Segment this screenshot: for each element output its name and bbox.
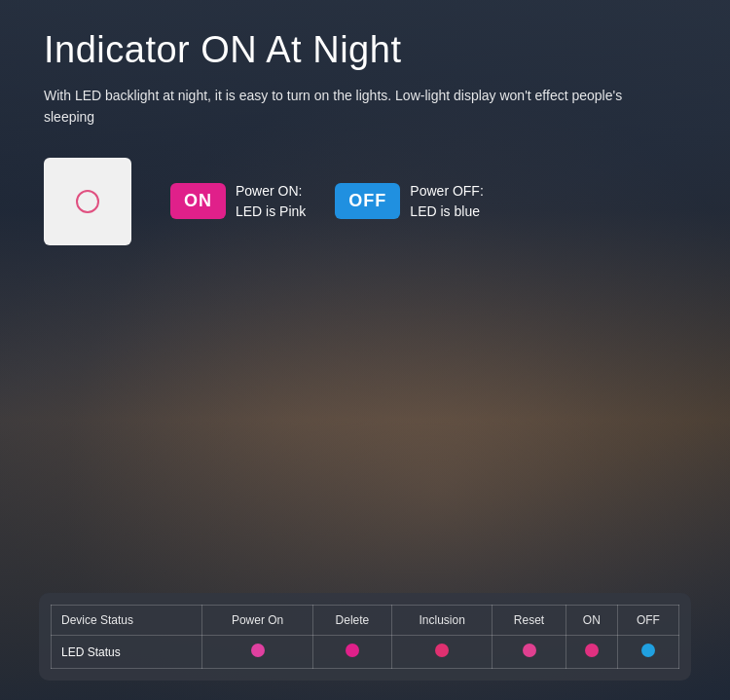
off-status-text: Power OFF: LED is blue bbox=[410, 181, 483, 222]
switch-circle bbox=[76, 190, 99, 213]
dot-on bbox=[585, 644, 599, 657]
dot-delete bbox=[346, 644, 359, 657]
power-on-status: ON Power ON: LED is Pink bbox=[170, 181, 306, 222]
status-items: ON Power ON: LED is Pink OFF Power OFF: … bbox=[170, 181, 484, 222]
led-power-on bbox=[202, 636, 312, 669]
on-badge: ON bbox=[170, 183, 226, 219]
switch-icon bbox=[44, 158, 131, 245]
led-delete bbox=[312, 636, 391, 669]
led-on bbox=[566, 636, 617, 669]
page-title: Indicator ON At Night bbox=[44, 29, 686, 71]
on-status-text: Power ON: LED is Pink bbox=[236, 181, 306, 222]
led-off bbox=[617, 636, 678, 669]
col-device-status: Device Status bbox=[52, 606, 202, 636]
table-row: LED Status bbox=[52, 636, 679, 669]
main-content: Indicator ON At Night With LED backlight… bbox=[0, 0, 730, 284]
table-header-row: Device Status Power On Delete Inclusion … bbox=[52, 606, 679, 636]
col-power-on: Power On bbox=[202, 606, 312, 636]
led-reset bbox=[493, 636, 566, 669]
demo-section: ON Power ON: LED is Pink OFF Power OFF: … bbox=[44, 158, 686, 245]
subtitle-text: With LED backlight at night, it is easy … bbox=[44, 85, 628, 129]
led-inclusion bbox=[392, 636, 493, 669]
col-off: OFF bbox=[617, 606, 678, 636]
off-badge: OFF bbox=[335, 183, 400, 219]
dot-inclusion bbox=[435, 644, 449, 657]
dot-reset bbox=[523, 644, 536, 657]
col-inclusion: Inclusion bbox=[392, 606, 493, 636]
led-status-label: LED Status bbox=[52, 636, 202, 669]
dot-off bbox=[641, 644, 655, 657]
col-delete: Delete bbox=[312, 606, 391, 636]
led-status-table: Device Status Power On Delete Inclusion … bbox=[51, 605, 679, 669]
col-reset: Reset bbox=[493, 606, 566, 636]
status-table-container: Device Status Power On Delete Inclusion … bbox=[39, 593, 691, 681]
dot-power-on bbox=[251, 644, 265, 657]
power-off-status: OFF Power OFF: LED is blue bbox=[335, 181, 483, 222]
col-on: ON bbox=[566, 606, 617, 636]
